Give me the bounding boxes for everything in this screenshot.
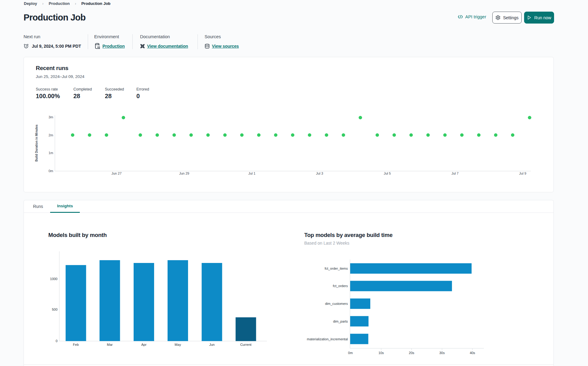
svg-text:fct_order_items: fct_order_items	[325, 267, 348, 270]
svg-text:Jun 27: Jun 27	[111, 172, 121, 175]
svg-text:fct_orders: fct_orders	[333, 284, 348, 288]
svg-text:Current: Current	[240, 343, 252, 346]
svg-text:Jun 29: Jun 29	[179, 172, 189, 175]
svg-text:Apr: Apr	[141, 343, 146, 346]
svg-text:1000: 1000	[50, 277, 57, 281]
svg-text:500: 500	[52, 308, 57, 311]
svg-text:dim_parts: dim_parts	[333, 320, 348, 323]
svg-text:dim_customers: dim_customers	[325, 302, 348, 305]
svg-text:Jul 9: Jul 9	[519, 172, 526, 175]
svg-text:10s: 10s	[379, 351, 384, 355]
svg-text:2m: 2m	[49, 133, 53, 137]
svg-text:Mar: Mar	[107, 343, 113, 346]
svg-text:Jun: Jun	[209, 343, 215, 346]
svg-text:0: 0	[56, 339, 57, 343]
svg-text:Jul 5: Jul 5	[384, 172, 391, 175]
svg-text:3m: 3m	[49, 115, 53, 119]
svg-text:Jul 7: Jul 7	[451, 172, 458, 175]
svg-text:May: May	[175, 343, 181, 346]
svg-text:40s: 40s	[470, 351, 475, 355]
svg-text:1m: 1m	[49, 151, 53, 155]
svg-text:20s: 20s	[409, 351, 414, 355]
svg-text:Jul 3: Jul 3	[316, 172, 323, 175]
svg-text:0m: 0m	[49, 169, 53, 173]
svg-text:Jul 1: Jul 1	[248, 172, 255, 175]
svg-text:30s: 30s	[439, 351, 445, 355]
svg-text:0m: 0m	[348, 351, 353, 355]
svg-text:Build Duration in Minutes: Build Duration in Minutes	[35, 124, 38, 162]
svg-text:materialization_incremental: materialization_incremental	[307, 337, 348, 341]
svg-text:Feb: Feb	[73, 343, 79, 346]
